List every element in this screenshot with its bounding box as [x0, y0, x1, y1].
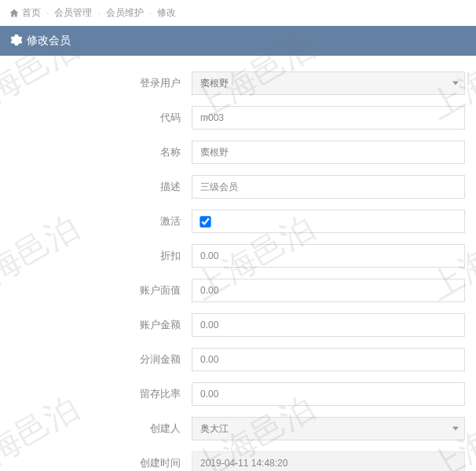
description-input[interactable]	[192, 175, 465, 199]
breadcrumb-lvl1[interactable]: 会员管理	[54, 6, 92, 20]
breadcrumb-current: 修改	[157, 6, 176, 20]
created-time-display: 2019-04-11 14:48:20	[192, 451, 465, 471]
gear-icon	[11, 35, 22, 48]
form: 登录用户 窦根野 代码 名称 描述 激活 折扣	[0, 56, 476, 471]
label-created-time: 创建时间	[11, 456, 192, 470]
creator-select[interactable]: 奥大江	[192, 417, 465, 440]
breadcrumb-home[interactable]: 首页	[22, 6, 41, 20]
label-creator: 创建人	[11, 422, 192, 436]
label-login-user: 登录用户	[11, 76, 192, 90]
label-code: 代码	[11, 111, 192, 125]
label-face-value: 账户面值	[11, 283, 192, 298]
label-dividend-amount: 分润金额	[11, 352, 192, 367]
label-discount: 折扣	[11, 249, 192, 263]
account-amount-input[interactable]	[192, 313, 465, 337]
label-name: 名称	[11, 145, 192, 159]
dividend-amount-input[interactable]	[192, 348, 465, 371]
login-user-select[interactable]: 窦根野	[192, 71, 465, 95]
label-account-amount: 账户金额	[11, 318, 192, 332]
home-icon	[9, 8, 19, 19]
face-value-input[interactable]	[192, 279, 465, 302]
active-checkbox[interactable]	[200, 216, 211, 227]
retention-ratio-input[interactable]	[192, 382, 465, 406]
panel-title: 修改会员	[27, 34, 71, 48]
label-description: 描述	[11, 180, 192, 194]
name-input[interactable]	[192, 141, 465, 164]
breadcrumb: 首页 · 会员管理 · 会员维护 · 修改	[0, 0, 476, 26]
label-retention-ratio: 留存比率	[11, 387, 192, 401]
discount-input[interactable]	[192, 244, 465, 268]
code-input[interactable]	[192, 106, 465, 130]
breadcrumb-lvl2[interactable]: 会员维护	[106, 6, 144, 20]
label-active: 激活	[11, 214, 192, 228]
panel-header: 修改会员	[0, 26, 476, 56]
